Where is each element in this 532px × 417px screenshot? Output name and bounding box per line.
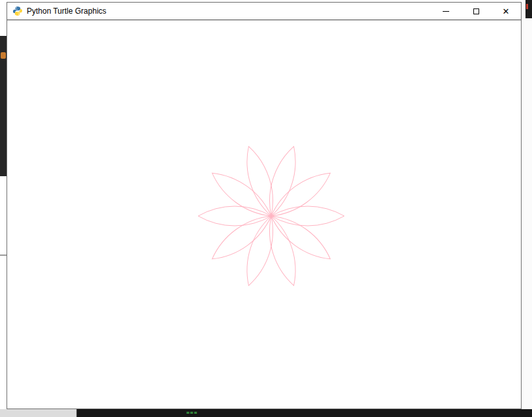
left-edge-divider [0,255,7,256]
desktop-left-edge [0,0,7,409]
flower-petal [262,144,303,219]
flower-petal [239,213,280,288]
desktop-top-right-corner [525,0,532,18]
top-right-red-marker [526,4,528,9]
close-button[interactable]: ✕ [491,3,521,20]
flower-petal [198,206,271,226]
flower-petal [271,206,344,226]
taskbar[interactable]: ≡≡≡ [0,409,532,417]
minimize-icon [443,11,449,12]
flower-petal [265,165,336,224]
terminal-output-text: ≡≡≡ [186,410,198,416]
turtle-canvas[interactable] [7,20,521,409]
minimize-button[interactable] [431,3,461,20]
maximize-icon [473,8,479,14]
turtle-graphics-window: Python Turtle Graphics ✕ [7,2,522,409]
titlebar[interactable]: Python Turtle Graphics ✕ [7,3,521,20]
flower-petal [262,213,303,288]
flower-petal [265,208,336,267]
flower-petal [207,208,277,267]
taskbar-left-segment[interactable] [0,409,77,417]
left-edge-app-icon[interactable] [1,52,6,59]
python-icon [12,6,23,16]
flower-drawing [7,20,521,409]
close-icon: ✕ [503,7,510,16]
flower-petal [207,165,277,224]
window-title: Python Turtle Graphics [27,7,106,16]
flower-petal [239,144,280,219]
maximize-button[interactable] [461,3,491,20]
